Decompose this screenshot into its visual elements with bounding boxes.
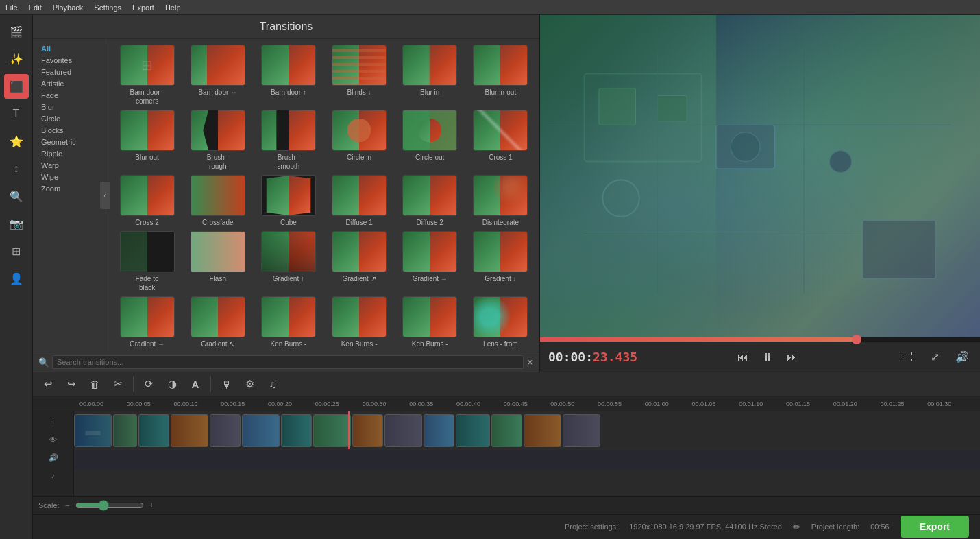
tool-zoom[interactable]: 🔍: [4, 184, 29, 208]
tool-profile[interactable]: 👤: [4, 266, 29, 291]
track-clip[interactable]: [210, 414, 241, 447]
transition-brush-rough[interactable]: Brush -rough: [184, 110, 251, 171]
cat-blur[interactable]: Blur: [36, 101, 105, 112]
text-button[interactable]: A: [186, 374, 205, 394]
track-clip[interactable]: ▬: [74, 414, 112, 447]
undo-button[interactable]: ↩: [38, 374, 58, 394]
record-button[interactable]: 🎙: [217, 374, 236, 394]
menu-playback[interactable]: Playback: [53, 3, 84, 12]
rotate-button[interactable]: ⟳: [139, 374, 158, 394]
tool-overlay[interactable]: ⭐: [4, 129, 29, 154]
timeline-tracks[interactable]: ▬: [74, 411, 980, 496]
transition-cube[interactable]: Cube: [255, 175, 321, 227]
transition-circle-out[interactable]: Circle out: [397, 110, 463, 171]
transition-circle-in[interactable]: Circle in: [326, 110, 392, 171]
track-mute-button[interactable]: 🔊: [46, 450, 61, 465]
transition-grad-ul[interactable]: Gradient ↖: [184, 296, 251, 348]
expand-button[interactable]: ⤢: [925, 348, 944, 367]
track-clip[interactable]: [138, 414, 169, 447]
settings-button[interactable]: ⚙: [240, 374, 259, 394]
tool-transform[interactable]: ↕: [4, 156, 29, 181]
split-button[interactable]: ✂: [108, 374, 127, 394]
cat-all[interactable]: All: [36, 43, 105, 54]
transition-ken-burns1[interactable]: Ken Burns -: [255, 296, 321, 348]
preview-progress-bar[interactable]: [540, 337, 980, 342]
menu-help[interactable]: Help: [165, 3, 181, 12]
tool-grid[interactable]: ⊞: [4, 239, 29, 263]
export-button[interactable]: Export: [901, 516, 969, 538]
playhead[interactable]: [348, 411, 350, 449]
transition-crossfade[interactable]: Crossfade: [184, 175, 251, 227]
cat-artistic[interactable]: Artistic: [36, 78, 105, 89]
transition-brush-smooth[interactable]: Brush -smooth: [255, 110, 321, 171]
audio-button[interactable]: ♫: [263, 374, 282, 394]
transition-barn-corners[interactable]: ⊞ Barn door -corners: [114, 45, 180, 106]
track-clip[interactable]: [113, 414, 137, 447]
search-input[interactable]: [52, 355, 524, 369]
track-clip[interactable]: [384, 414, 422, 447]
track-clip[interactable]: [491, 414, 522, 447]
track-clip[interactable]: [171, 414, 208, 447]
menu-edit[interactable]: Edit: [29, 3, 42, 12]
cat-blocks[interactable]: Blocks: [36, 125, 105, 136]
cat-featured[interactable]: Featured: [36, 67, 105, 77]
scale-slider[interactable]: [75, 500, 144, 511]
scale-increase-icon[interactable]: +: [149, 501, 154, 510]
search-clear-button[interactable]: ✕: [526, 357, 534, 368]
transition-cross1[interactable]: Cross 1: [467, 110, 534, 171]
delete-button[interactable]: 🗑: [85, 374, 104, 394]
track-eye-button[interactable]: 👁: [46, 432, 61, 447]
track-clip[interactable]: [524, 414, 561, 447]
cat-zoom[interactable]: Zoom: [36, 183, 105, 194]
transition-fade-black[interactable]: Fade toblack: [114, 231, 180, 292]
tool-text[interactable]: T: [4, 101, 29, 126]
volume-button[interactable]: 🔊: [953, 348, 972, 367]
transition-cross2[interactable]: Cross 2: [114, 175, 180, 227]
transition-grad-down[interactable]: Gradient ↓: [467, 231, 534, 292]
transition-disintegrate[interactable]: Disintegrate: [467, 175, 534, 227]
go-to-end-button[interactable]: ⏭: [783, 348, 802, 367]
cat-fade[interactable]: Fade: [36, 90, 105, 101]
track-add-button[interactable]: +: [46, 414, 61, 429]
transition-blur-out[interactable]: Blur out: [114, 110, 180, 171]
track-clip[interactable]: [313, 414, 351, 447]
redo-button[interactable]: ↪: [62, 374, 81, 394]
tool-effects[interactable]: ✨: [4, 47, 29, 71]
cat-wipe[interactable]: Wipe: [36, 171, 105, 182]
track-clip[interactable]: [242, 414, 280, 447]
transition-barn-v[interactable]: Barn door ↑: [255, 45, 321, 106]
transition-diffuse1[interactable]: Diffuse 1: [326, 175, 392, 227]
cat-ripple[interactable]: Ripple: [36, 148, 105, 159]
menu-file[interactable]: File: [5, 3, 18, 12]
transition-ken-burns3[interactable]: Ken Burns -: [397, 296, 463, 348]
track-music-button[interactable]: ♪: [46, 468, 61, 483]
cat-geometric[interactable]: Geometric: [36, 136, 105, 147]
tool-camera[interactable]: 📷: [4, 211, 29, 236]
cat-circle[interactable]: Circle: [36, 113, 105, 124]
transition-grad-ur[interactable]: Gradient ↗: [326, 231, 392, 292]
transition-barn-h[interactable]: Barn door ↔: [184, 45, 251, 106]
transition-diffuse2[interactable]: Diffuse 2: [397, 175, 463, 227]
tool-video[interactable]: 🎬: [4, 19, 29, 44]
menu-settings[interactable]: Settings: [94, 3, 121, 12]
transition-grad-up[interactable]: Gradient ↑: [255, 231, 321, 292]
track-clip[interactable]: [352, 414, 383, 447]
track-clip[interactable]: [281, 414, 312, 447]
transition-blur-inout[interactable]: Blur in-out: [467, 45, 534, 106]
transition-grad-left[interactable]: Gradient ←: [114, 296, 180, 348]
contrast-button[interactable]: ◑: [162, 374, 182, 394]
cat-favorites[interactable]: Favorites: [36, 55, 105, 66]
edit-settings-icon[interactable]: ✏: [793, 522, 800, 532]
tool-transitions[interactable]: ⬛: [4, 74, 29, 99]
collapse-panel-button[interactable]: ‹: [100, 182, 110, 209]
pause-button[interactable]: ⏸: [758, 348, 777, 367]
scale-decrease-icon[interactable]: −: [65, 501, 70, 510]
fullscreen-button[interactable]: ⛶: [898, 348, 917, 367]
track-clip[interactable]: [456, 414, 490, 447]
track-clip[interactable]: [563, 414, 600, 447]
transition-ken-burns2[interactable]: Ken Burns -: [326, 296, 392, 348]
cat-warp[interactable]: Warp: [36, 160, 105, 171]
transition-flash[interactable]: Flash: [184, 231, 251, 292]
go-to-start-button[interactable]: ⏮: [733, 348, 752, 367]
transition-blinds[interactable]: Blinds ↓: [326, 45, 392, 106]
